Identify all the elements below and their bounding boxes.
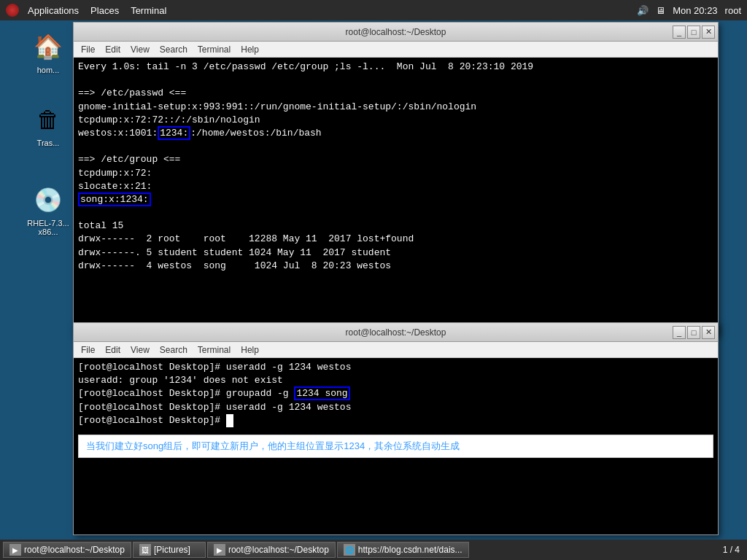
passwd-highlight-1234: 1234: (158, 126, 190, 140)
content-line-8: tcpdump:x:72: (78, 167, 713, 180)
taskbar-item-browser[interactable]: 🌐 https://blog.csdn.net/dais... (337, 542, 469, 558)
taskbar-top: Applications Places Terminal 🔊 🖥 Mon 20:… (0, 0, 747, 20)
terminal-menu[interactable]: Terminal (126, 4, 171, 18)
menu-view-1[interactable]: View (126, 43, 154, 56)
t2-line-4: [root@localhost Desktop]# (78, 414, 713, 427)
content-line-15: drwx------ 4 westos song 1024 Jul 8 20:2… (78, 260, 713, 273)
t2-line-2: [root@localhost Desktop]# groupadd -g 12… (78, 387, 713, 400)
menu-edit-2[interactable]: Edit (101, 343, 125, 357)
clock-display: Mon 20:23 (673, 5, 717, 16)
titlebar-buttons-2: _ □ ✕ (673, 326, 715, 339)
content-line-0: Every 1.0s: tail -n 3 /etc/passwd /etc/g… (78, 61, 713, 74)
content-line-3: gnome-initial-setup:x:993:991::/run/gnom… (78, 101, 713, 114)
term2-label: root@localhost:~/Desktop (228, 545, 329, 555)
menu-view-2[interactable]: View (126, 343, 154, 357)
minimize-button-2[interactable]: _ (673, 326, 686, 339)
user-display: root (725, 5, 741, 16)
content-line-6 (78, 140, 713, 153)
pictures-label: [Pictures] (154, 545, 190, 555)
terminal-window-1: root@localhost:~/Desktop _ □ ✕ File Edit… (73, 22, 719, 335)
content-line-12: total 15 (78, 219, 713, 233)
terminal-window-2: root@localhost:~/Desktop _ □ ✕ File Edit… (73, 322, 719, 535)
t2-line-3: [root@localhost Desktop]# useradd -g 123… (78, 401, 713, 414)
sound-icon: 🔊 (637, 5, 649, 16)
browser-icon: 🌐 (344, 544, 355, 556)
t2-line-0: [root@localhost Desktop]# useradd -g 123… (78, 361, 713, 374)
content-line-11 (78, 206, 713, 219)
menu-terminal-1[interactable]: Terminal (193, 43, 235, 56)
content-line-5: westos:x:1001:1234::/home/westos:/bin/ba… (78, 127, 713, 140)
t2-annotation: 当我们建立好song组后，即可建立新用户，他的主组位置显示1234，其余位系统自… (78, 435, 713, 458)
term1-icon: ▶ (9, 544, 21, 556)
gnome-logo (6, 4, 19, 17)
content-line-2: ==> /etc/passwd <== (78, 87, 713, 100)
terminal-titlebar-2: root@localhost:~/Desktop _ □ ✕ (74, 323, 718, 342)
content-line-13: drwx------ 2 root root 12288 May 11 2017… (78, 233, 713, 246)
taskbar-top-left: Applications Places Terminal (6, 4, 171, 18)
close-button-1[interactable]: ✕ (702, 26, 715, 39)
content-line-10: song:x:1234: (78, 193, 713, 206)
term1-label: root@localhost:~/Desktop (24, 545, 125, 555)
applications-menu[interactable]: Applications (23, 4, 83, 18)
close-button-2[interactable]: ✕ (702, 326, 715, 339)
rhel-icon: 💿 (31, 182, 66, 217)
menu-file-2[interactable]: File (77, 343, 99, 357)
titlebar-buttons-1: _ □ ✕ (673, 26, 715, 39)
taskbar-page-info: 1 / 4 (719, 545, 744, 555)
menu-terminal-2[interactable]: Terminal (193, 343, 235, 357)
annotation-text: 当我们建立好song组后，即可建立新用户，他的主组位置显示1234，其余位系统自… (86, 440, 460, 451)
browser-label: https://blog.csdn.net/dais... (358, 545, 462, 555)
terminal-content-2: [root@localhost Desktop]# useradd -g 123… (74, 358, 718, 534)
terminal-content-1: Every 1.0s: tail -n 3 /etc/passwd /etc/g… (74, 58, 718, 335)
trash-label: Tras... (37, 139, 60, 147)
content-line-1 (78, 74, 713, 87)
home-label: hom... (37, 66, 60, 74)
menu-bar-2: File Edit View Search Terminal Help (74, 342, 718, 358)
page-number: 1 / 4 (719, 545, 744, 555)
content-line-14: drwx------. 5 student student 1024 May 1… (78, 246, 713, 260)
menu-help-1[interactable]: Help (236, 43, 263, 56)
trash-icon: 🗑 (31, 102, 66, 137)
group-highlight-song: song:x:1234: (78, 192, 151, 206)
taskbar-item-term1[interactable]: ▶ root@localhost:~/Desktop (3, 542, 131, 558)
menu-help-2[interactable]: Help (236, 343, 263, 357)
t2-line-1: useradd: group '1234' does not exist (78, 374, 713, 387)
menu-bar-1: File Edit View Search Terminal Help (74, 42, 718, 58)
content-line-9: slocate:x:21: (78, 180, 713, 193)
menu-search-2[interactable]: Search (155, 343, 192, 357)
content-line-7: ==> /etc/group <== (78, 153, 713, 166)
terminal-titlebar-1: root@localhost:~/Desktop _ □ ✕ (74, 23, 718, 42)
taskbar-item-pictures[interactable]: 🖼 [Pictures] (133, 542, 206, 558)
places-menu[interactable]: Places (86, 4, 123, 18)
pictures-icon: 🖼 (139, 544, 151, 556)
minimize-button-1[interactable]: _ (673, 26, 686, 39)
desktop-icon-home[interactable]: 🏠 hom... (22, 29, 74, 74)
terminal-title-1: root@localhost:~/Desktop (346, 27, 446, 37)
taskbar-top-right: 🔊 🖥 Mon 20:23 root (637, 5, 741, 16)
maximize-button-1[interactable]: □ (687, 26, 700, 39)
menu-edit-1[interactable]: Edit (101, 43, 125, 56)
content-line-4: tcpdump:x:72:72::/:/sbin/nologin (78, 114, 713, 127)
desktop-icon-rhel[interactable]: 💿 RHEL-7.3...x86... (22, 182, 74, 236)
term2-icon: ▶ (214, 544, 225, 556)
screen-icon: 🖥 (656, 5, 665, 16)
menu-file-1[interactable]: File (77, 43, 99, 56)
maximize-button-2[interactable]: □ (687, 326, 700, 339)
taskbar-item-term2[interactable]: ▶ root@localhost:~/Desktop (207, 542, 336, 558)
menu-search-1[interactable]: Search (155, 43, 192, 56)
terminal-title-2: root@localhost:~/Desktop (346, 327, 446, 338)
taskbar-bottom: ▶ root@localhost:~/Desktop 🖼 [Pictures] … (0, 540, 747, 560)
desktop-icon-trash[interactable]: 🗑 Tras... (22, 102, 74, 147)
home-icon: 🏠 (31, 29, 66, 64)
rhel-label: RHEL-7.3...x86... (27, 219, 69, 236)
groupadd-highlight: 1234 song (294, 386, 349, 400)
